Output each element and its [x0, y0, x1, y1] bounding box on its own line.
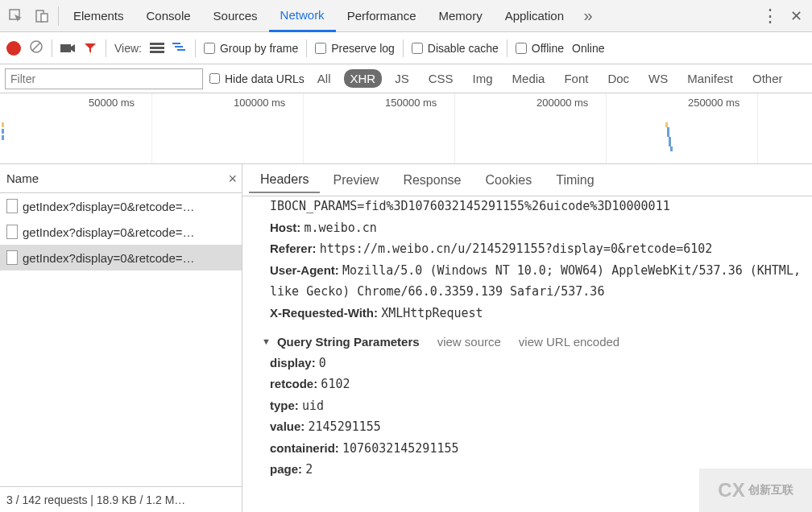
query-string-section[interactable]: Query String Parameters view source view… [262, 332, 802, 353]
main-tabs-bar: Elements Console Sources Network Perform… [0, 0, 812, 32]
divider [58, 6, 59, 26]
filter-type-media[interactable]: Media [506, 69, 552, 88]
param-key: type: [270, 398, 299, 412]
details-pane: Headers Preview Response Cookies Timing … [242, 164, 812, 512]
kebab-menu-icon[interactable]: ⋮ [757, 3, 783, 29]
ua-value: Mozilla/5.0 (Windows NT 10.0; WOW64) App… [270, 263, 801, 299]
requests-list: getIndex?display=0&retcode=… getIndex?di… [0, 193, 242, 486]
svg-rect-11 [177, 49, 185, 51]
divider [106, 39, 106, 57]
svg-rect-5 [60, 44, 71, 52]
watermark-text: 创新互联 [748, 483, 793, 498]
inspect-icon[interactable] [3, 3, 29, 29]
xrw-label: X-Requested-With: [270, 306, 378, 320]
filter-type-all[interactable]: All [311, 69, 338, 88]
view-source-link[interactable]: view source [437, 332, 501, 353]
svg-rect-10 [175, 46, 183, 47]
clear-button[interactable] [29, 39, 44, 56]
param-key: display: [270, 356, 316, 370]
preserve-log-checkbox[interactable]: Preserve log [315, 42, 395, 55]
param-value: 6102 [321, 377, 350, 391]
svg-rect-7 [150, 47, 164, 49]
divider [507, 39, 508, 57]
filter-type-other[interactable]: Other [746, 69, 789, 88]
filter-type-js[interactable]: JS [388, 69, 416, 88]
view-url-encoded-link[interactable]: view URL encoded [519, 332, 619, 353]
filter-icon[interactable] [83, 41, 97, 56]
param-key: retcode: [270, 377, 317, 390]
timeline-overview[interactable]: 50000 ms 100000 ms 150000 ms 200000 ms 2… [0, 93, 812, 164]
view-large-icon[interactable] [150, 43, 164, 54]
filter-type-font[interactable]: Font [557, 69, 594, 88]
param-key: value: [270, 419, 304, 433]
headers-content: IBOCN_PARAMS=fid%3D1076032145291155%26ui… [242, 196, 812, 512]
filter-type-img[interactable]: Img [466, 69, 499, 88]
cookie-fragment: IBOCN_PARAMS=fid%3D1076032145291155%26ui… [270, 196, 802, 217]
svg-rect-6 [150, 43, 164, 45]
divider [403, 39, 404, 57]
xrw-value: XMLHttpRequest [381, 306, 483, 320]
tab-elements[interactable]: Elements [62, 0, 135, 32]
close-devtools-icon[interactable]: ✕ [783, 3, 809, 29]
request-row[interactable]: getIndex?display=0&retcode=… [0, 245, 242, 270]
param-key: page: [270, 462, 302, 476]
tab-application[interactable]: Application [494, 0, 575, 32]
filter-type-xhr[interactable]: XHR [344, 69, 383, 88]
divider [306, 39, 307, 57]
record-button[interactable] [6, 41, 21, 56]
ua-label: User-Agent: [270, 263, 339, 277]
tab-headers[interactable]: Headers [249, 167, 320, 193]
device-toggle-icon[interactable] [29, 3, 55, 29]
tab-preview[interactable]: Preview [321, 168, 390, 192]
tab-performance[interactable]: Performance [336, 0, 428, 32]
requests-pane: Name × getIndex?display=0&retcode=… getI… [0, 164, 242, 512]
close-pane-icon[interactable]: × [228, 171, 237, 188]
filter-type-manifest[interactable]: Manifest [681, 69, 740, 88]
view-waterfall-icon[interactable] [172, 43, 187, 54]
divider [52, 39, 52, 57]
param-value: uid [302, 398, 324, 413]
screenshot-icon[interactable] [60, 41, 75, 56]
tab-cookies[interactable]: Cookies [474, 168, 543, 192]
requests-header[interactable]: Name × [0, 164, 242, 193]
filter-type-ws[interactable]: WS [642, 69, 674, 88]
requests-status-bar: 3 / 142 requests | 18.9 KB / 1.2 M… [0, 486, 242, 512]
disable-cache-checkbox[interactable]: Disable cache [412, 42, 499, 55]
host-value: m.weibo.cn [304, 221, 377, 235]
group-by-frame-checkbox[interactable]: Group by frame [204, 42, 298, 55]
main-split: Name × getIndex?display=0&retcode=… getI… [0, 164, 812, 512]
tab-network[interactable]: Network [269, 0, 336, 32]
timeline-tick: 50000 ms [89, 97, 135, 109]
tab-response[interactable]: Response [392, 168, 472, 192]
file-icon [6, 250, 18, 265]
section-title: Query String Parameters [277, 332, 420, 353]
query-params: display: 0 retcode: 6102 type: uid value… [270, 353, 802, 481]
svg-rect-2 [41, 14, 48, 22]
divider [195, 39, 196, 57]
watermark: CX 创新互联 [699, 469, 812, 512]
svg-line-4 [32, 43, 40, 51]
filter-type-css[interactable]: CSS [422, 69, 460, 88]
timeline-tick: 100000 ms [234, 97, 285, 109]
request-row[interactable]: getIndex?display=0&retcode=… [0, 219, 242, 245]
tab-sources[interactable]: Sources [202, 0, 269, 32]
param-key: containerid: [270, 441, 339, 455]
filter-input[interactable] [5, 68, 203, 89]
svg-rect-8 [150, 51, 164, 53]
hide-data-urls-checkbox[interactable]: Hide data URLs [209, 72, 304, 85]
param-value: 1076032145291155 [342, 441, 459, 456]
param-value: 2 [305, 462, 313, 477]
online-label[interactable]: Online [572, 42, 604, 55]
filter-type-doc[interactable]: Doc [601, 69, 636, 88]
details-tabs: Headers Preview Response Cookies Timing [242, 164, 812, 196]
more-tabs-icon[interactable]: » [575, 3, 601, 29]
tab-memory[interactable]: Memory [428, 0, 494, 32]
file-icon [6, 199, 18, 213]
tab-timing[interactable]: Timing [545, 168, 605, 192]
view-label: View: [114, 42, 142, 55]
offline-checkbox[interactable]: Offline [516, 42, 564, 55]
tab-console[interactable]: Console [135, 0, 202, 32]
param-value: 2145291155 [309, 419, 381, 434]
timeline-tick: 250000 ms [688, 97, 740, 109]
request-row[interactable]: getIndex?display=0&retcode=… [0, 193, 242, 219]
